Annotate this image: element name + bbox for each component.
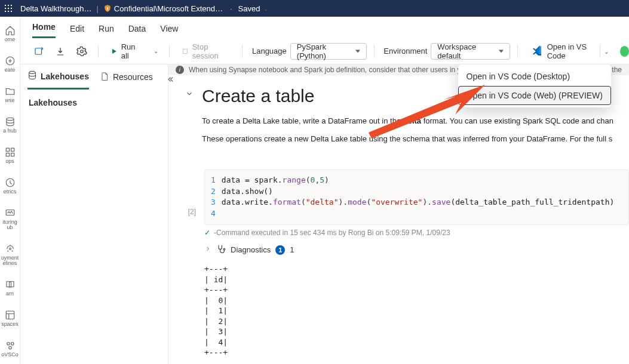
vscode-option-desktop[interactable]: Open in VS Code (Desktop) [458,67,611,86]
execution-status: ✓ -Command executed in 15 sec 434 ms by … [204,229,629,237]
notebook-area: i When using Synapse notebook and Spark … [168,64,629,364]
rail-label: oVSCo [1,352,19,357]
rail-workspaces[interactable]: spaces [0,310,20,327]
side-tab-lakehouses[interactable]: Lakehouses [27,70,89,90]
separator [517,45,518,58]
execution-count: [2] [188,208,196,216]
vscode-option-web[interactable]: Open in VS Code (Web) (PREVIEW) [458,86,611,105]
side-panel-heading: Lakehouses [20,90,168,116]
app-header: Delta Walkthrough… | Confidential\Micros… [0,0,629,17]
language-select[interactable]: PySpark (Python) [290,43,367,60]
saved-status[interactable]: Saved [238,4,260,13]
separator [98,45,99,58]
svg-rect-10 [107,8,108,10]
toolbar: Run all ⌄ Stop session Language PySpark … [20,38,629,64]
rail-datahub[interactable]: a hub [0,116,20,134]
waffle-icon[interactable] [5,5,12,12]
svg-rect-16 [11,153,14,156]
text: format. You can use existing Spark SQL c… [421,116,613,125]
dot-separator: · [230,4,232,13]
svg-rect-4 [8,8,9,9]
svg-rect-3 [5,8,6,9]
sensitivity-label[interactable]: Confidential\Microsoft Extend… [114,4,223,13]
separator [374,45,375,58]
rail-label: a hub [3,128,17,134]
diagnostics-label[interactable]: Diagnostics [231,245,271,254]
open-vscode-button[interactable]: Open in VS Code [526,40,600,63]
code-editor[interactable]: 1234 data = spark.range(0,5) data.show()… [204,169,629,225]
rail-home[interactable]: ome [0,25,20,42]
rail-label: etrics [4,189,17,195]
rail-vscode[interactable]: oVSCo [0,340,20,357]
tab-edit[interactable]: Edit [70,20,84,38]
text: To create a Delta Lake table, write a Da… [202,116,403,125]
status-indicator-icon[interactable] [620,46,630,57]
svg-point-29 [223,248,225,250]
tab-run[interactable]: Run [99,20,114,38]
language-label: Language [252,47,287,55]
rail-label: eate [5,67,16,73]
rail-learn[interactable]: arn [0,279,20,297]
document-title[interactable]: Delta Walkthrough… [20,4,91,13]
run-all-button[interactable]: Run all [106,40,146,63]
svg-point-21 [7,343,10,346]
run-all-label: Run all [121,42,142,60]
svg-rect-1 [8,5,9,6]
expand-diagnostics-button[interactable] [204,245,211,254]
rail-label: wse [5,98,14,103]
database-icon [27,70,37,82]
left-nav-rail: ome eate wse a hub ops etrics itoring ub [0,17,20,364]
line-numbers: 1234 [205,175,222,220]
svg-point-27 [29,71,36,73]
separator [169,45,170,58]
rail-pipelines[interactable]: oyment elines [0,243,20,266]
download-button[interactable] [51,44,69,59]
check-icon: ✓ [204,229,210,237]
rail-create[interactable]: eate [0,55,20,73]
svg-rect-13 [6,148,9,151]
svg-rect-0 [5,5,6,6]
collapse-cell-button[interactable] [185,90,194,150]
shield-icon [103,4,112,13]
rail-browse[interactable]: wse [0,86,20,103]
file-icon [100,72,109,83]
side-panel: Lakehouses Resources Lakehouses [20,64,168,364]
code-content: data = spark.range(0,5) data.show() data… [222,175,628,220]
svg-rect-26 [183,49,187,53]
bold-text: delta [403,116,421,125]
environment-label: Environment [383,47,427,55]
separator [242,45,243,58]
svg-point-23 [8,347,11,350]
svg-rect-24 [35,48,42,54]
svg-rect-2 [11,5,12,6]
svg-rect-7 [8,11,9,12]
stop-session-button[interactable]: Stop session [177,40,235,63]
settings-button[interactable] [73,44,91,59]
svg-point-25 [81,50,84,53]
tab-data[interactable]: Data [128,20,146,38]
rail-monitoring[interactable]: itoring ub [0,208,20,230]
language-value: PySpark (Python) [297,42,349,60]
open-vscode-dropdown-trigger[interactable]: ⌄ [600,44,612,58]
rail-metrics[interactable]: etrics [0,177,20,195]
info-icon: i [176,66,184,74]
rail-label: oyment elines [1,255,19,266]
rail-label: spaces [1,322,19,327]
side-tab-resources-label: Resources [113,72,153,82]
side-tab-resources[interactable]: Resources [100,72,153,89]
separator: | [96,4,98,13]
markdown-paragraph-1: To create a Delta Lake table, write a Da… [202,115,629,128]
vscode-dropdown-menu: Open in VS Code (Desktop) Open in VS Cod… [458,64,611,107]
svg-point-12 [7,118,14,121]
tab-home[interactable]: Home [32,18,56,38]
svg-rect-6 [5,11,6,12]
saved-dropdown-icon[interactable]: ⌄ [263,5,268,12]
rail-label: ome [5,37,16,42]
tab-view[interactable]: View [160,20,178,38]
environment-select[interactable]: Workspace default [431,43,510,60]
svg-rect-5 [11,8,12,9]
format-button[interactable] [30,44,48,59]
rail-apps[interactable]: ops [0,147,20,164]
cell-output: +---+ | id| +---+ | 0| | 1| | 2| | 3| | … [204,264,629,358]
run-all-dropdown[interactable]: ⌄ [150,45,162,57]
